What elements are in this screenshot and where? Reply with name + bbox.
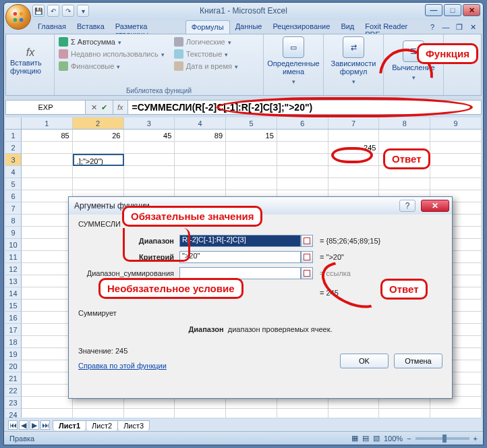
insert-function-button[interactable]: fx Вставить функцию (10, 36, 51, 86)
cell[interactable] (73, 409, 124, 418)
row-header[interactable]: 15 (5, 300, 22, 312)
ribbon-close-icon[interactable]: ✕ (468, 23, 478, 32)
cell[interactable] (175, 166, 226, 178)
recent-button[interactable]: Недавно использовались (59, 48, 165, 60)
cell[interactable]: 85 (22, 130, 73, 142)
zoom-out-icon[interactable]: − (407, 435, 411, 443)
tab-formulas[interactable]: Формулы (185, 20, 230, 34)
cell[interactable] (22, 142, 73, 154)
minimize-button[interactable]: — (425, 4, 442, 16)
cell[interactable] (226, 409, 277, 418)
cell[interactable] (124, 409, 175, 418)
dialog-help-link[interactable]: Справка по этой функции (78, 362, 167, 370)
cell[interactable] (430, 178, 482, 190)
col-header[interactable]: 3 (124, 117, 175, 129)
row-header[interactable]: 5 (5, 178, 22, 190)
accept-formula-icon[interactable]: ✔ (101, 103, 107, 112)
cell[interactable] (226, 166, 277, 178)
qat-save-icon[interactable]: 💾 (32, 5, 45, 17)
ribbon-minimize-icon[interactable]: — (441, 23, 451, 31)
cell[interactable] (175, 142, 226, 154)
maximize-button[interactable]: □ (444, 4, 461, 16)
col-header[interactable]: 1 (22, 117, 73, 129)
row-header[interactable]: 23 (5, 397, 22, 409)
cell[interactable] (22, 360, 73, 372)
sheet-tab[interactable]: Лист3 (117, 420, 150, 430)
ribbon-restore-icon[interactable]: ❐ (455, 23, 464, 32)
cell[interactable] (22, 385, 73, 397)
cell[interactable] (22, 166, 73, 178)
col-header[interactable]: 8 (379, 117, 430, 129)
zoom-slider[interactable] (416, 437, 469, 440)
cell[interactable]: 15 (226, 130, 277, 142)
view-layout-icon[interactable]: ▤ (362, 434, 369, 443)
row-header[interactable]: 12 (5, 263, 22, 275)
cell[interactable] (22, 263, 73, 275)
cell[interactable] (22, 397, 73, 409)
row-header[interactable]: 20 (5, 360, 22, 372)
cell[interactable] (22, 154, 73, 166)
row-header[interactable]: 7 (5, 202, 22, 215)
cell[interactable] (328, 178, 380, 190)
fx-label-icon[interactable]: fx (113, 101, 128, 114)
logical-button[interactable]: Логические (174, 36, 238, 48)
tab-data[interactable]: Данные (230, 20, 268, 34)
sheet-tab[interactable]: Лист2 (86, 420, 118, 430)
select-all-corner[interactable] (5, 117, 22, 129)
cell[interactable]: .];">20") (73, 154, 124, 166)
cell[interactable]: 45 (124, 130, 175, 142)
cell[interactable] (73, 142, 124, 154)
col-header[interactable]: 9 (430, 117, 482, 129)
row-header[interactable]: 3 (5, 154, 22, 166)
qat-redo-icon[interactable]: ↷ (62, 5, 74, 17)
cell[interactable] (175, 409, 226, 418)
cell[interactable] (22, 227, 73, 239)
cancel-button[interactable]: Отмена (394, 354, 442, 368)
cell[interactable] (22, 300, 73, 312)
tab-home[interactable]: Главная (32, 20, 71, 34)
sheet-tab[interactable]: Лист1 (53, 420, 86, 430)
formula-deps-button[interactable]: ⇄ Зависимости формул (328, 36, 379, 86)
cell[interactable] (124, 166, 175, 178)
cell[interactable] (22, 287, 73, 300)
cell[interactable] (22, 324, 73, 336)
sheet-first-icon[interactable]: ⏮ (8, 420, 18, 430)
cell[interactable] (22, 336, 73, 348)
row-header[interactable]: 13 (5, 275, 22, 287)
cell[interactable] (277, 409, 328, 418)
cancel-formula-icon[interactable]: ✕ (91, 103, 97, 112)
cell[interactable] (22, 275, 73, 287)
sheet-prev-icon[interactable]: ◀ (19, 420, 28, 430)
financial-button[interactable]: Финансовые (59, 60, 165, 72)
cell[interactable] (22, 239, 73, 251)
tab-pagelayout[interactable]: Разметка страницы (110, 20, 185, 34)
cell[interactable] (175, 154, 226, 166)
sheet-next-icon[interactable]: ▶ (30, 420, 39, 430)
cell[interactable] (430, 166, 482, 178)
row-header[interactable]: 11 (5, 251, 22, 263)
cell[interactable] (22, 190, 73, 202)
zoom-in-icon[interactable]: + (474, 435, 478, 443)
cell[interactable] (226, 154, 277, 166)
cell[interactable] (73, 166, 124, 178)
autosum-button[interactable]: Σ Автосумма (59, 36, 165, 48)
collapse-dialog-icon[interactable] (301, 251, 313, 263)
row-header[interactable]: 18 (5, 336, 22, 348)
cell[interactable] (430, 142, 482, 154)
cell[interactable] (328, 130, 380, 142)
cell[interactable] (379, 178, 430, 190)
cell[interactable] (379, 409, 430, 418)
cell[interactable] (22, 312, 73, 324)
col-header[interactable]: 2 (73, 117, 124, 129)
cell[interactable] (22, 202, 73, 215)
cell[interactable] (22, 251, 73, 263)
dialog-close-button[interactable]: ✕ (421, 200, 449, 212)
cell[interactable] (379, 130, 430, 142)
tab-foxit[interactable]: Foxit Reader PDF (360, 20, 428, 34)
col-header[interactable]: 6 (277, 117, 328, 129)
row-header[interactable]: 24 (5, 409, 22, 418)
cell[interactable] (430, 130, 482, 142)
cell[interactable] (124, 142, 175, 154)
arg-input-criteria[interactable]: ">20" (179, 251, 301, 263)
qat-customize-icon[interactable]: ▾ (77, 5, 89, 17)
